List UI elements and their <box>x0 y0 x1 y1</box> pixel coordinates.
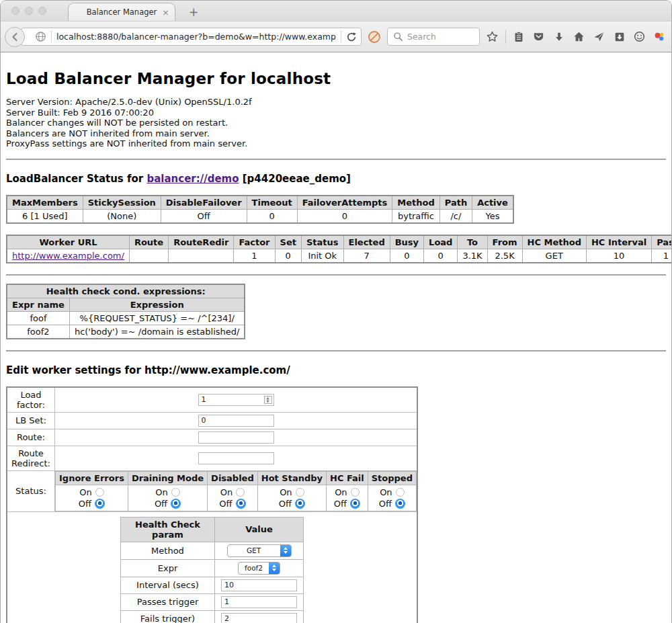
window-minimize-button[interactable] <box>25 7 33 15</box>
method-select[interactable]: GET <box>227 544 292 557</box>
content-blocker-button[interactable] <box>367 30 382 44</box>
form-row-lb-set: LB Set: <box>7 412 417 429</box>
cell-failoverattempts: 0 <box>297 209 392 223</box>
balancer-status-table: MaxMembers StickySession DisableFailover… <box>6 195 514 224</box>
balancers-note-line: Balancers are NOT inherited from main se… <box>6 128 666 139</box>
send-tab-button[interactable] <box>592 30 607 44</box>
search-input[interactable] <box>407 32 468 42</box>
stepper-arrows-icon[interactable]: ▲▼ <box>264 396 272 404</box>
col-to: To <box>458 235 487 249</box>
forum-button[interactable] <box>632 30 647 44</box>
radio-hc-fail-on[interactable] <box>351 488 360 497</box>
table-header-row: MaxMembers StickySession DisableFailover… <box>7 196 513 210</box>
reading-list-button[interactable] <box>511 30 526 44</box>
pocket-icon <box>532 30 545 43</box>
back-icon <box>9 32 20 42</box>
col-routeredir: RouteRedir <box>169 235 234 249</box>
pocket-button[interactable] <box>532 30 546 44</box>
cell-active: Yes <box>472 209 513 223</box>
block-icon <box>368 30 381 44</box>
cell-path: /c/ <box>439 209 472 223</box>
status-radio-row: On Off On Off On Off <box>56 485 417 511</box>
server-info: Server Version: Apache/2.5.0-dev (Unix) … <box>6 97 666 149</box>
search-bar[interactable] <box>387 28 480 46</box>
passes-label: Passes trigger <box>121 593 215 610</box>
cell-to: 3.1K <box>458 249 487 263</box>
divider <box>6 159 666 160</box>
star-icon <box>486 30 499 43</box>
col-passes: Passes <box>652 235 671 249</box>
col-disabled: Disabled <box>208 471 258 485</box>
edit-worker-form: Load factor: ▲▼ LB Set: Route: Route Red… <box>6 386 418 623</box>
radio-hot-standby-off[interactable] <box>295 499 305 509</box>
status-heading-suffix: [p4420eeae_demo] <box>239 173 351 185</box>
downloads-button[interactable] <box>552 30 566 44</box>
window-controls[interactable] <box>11 7 46 15</box>
clipboard-icon <box>513 31 525 43</box>
table-row: foof %{REQUEST_STATUS} =~ /^[234]/ <box>7 311 245 325</box>
col-path: Path <box>439 196 472 210</box>
radio-disabled-off[interactable] <box>236 499 246 509</box>
radio-stopped-off[interactable] <box>395 499 405 509</box>
route-input[interactable] <box>198 431 274 444</box>
cell-expr-name-foof2: foof2 <box>7 325 69 339</box>
hc-expressions-title: Health check cond. expressions: <box>7 284 245 298</box>
url-text[interactable]: localhost:8880/balancer-manager?b=demo&w… <box>56 32 336 42</box>
passes-input[interactable] <box>221 596 297 608</box>
interval-input[interactable] <box>221 579 297 591</box>
balancer-demo-link[interactable]: balancer://demo <box>146 173 239 185</box>
cell-load: 0 <box>424 249 458 263</box>
load-factor-label: Load factor: <box>7 387 55 413</box>
radio-hot-standby-on[interactable] <box>296 488 304 497</box>
tab-balancer-manager[interactable]: Balancer Manager × <box>68 3 175 21</box>
radio-stopped-on[interactable] <box>396 488 405 497</box>
extension-button[interactable] <box>653 30 667 44</box>
fails-input[interactable] <box>221 613 297 623</box>
browser-window: Balancer Manager × + localhost:8880/bala… <box>0 0 672 623</box>
cell-stickysession: (None) <box>83 209 161 223</box>
home-button[interactable] <box>572 30 587 44</box>
colored-dots-icon <box>653 30 666 43</box>
expr-label: Expr <box>121 559 215 577</box>
lb-set-input[interactable] <box>198 415 274 427</box>
cell-busy: 0 <box>390 249 423 263</box>
radio-draining-mode-off[interactable] <box>171 499 181 509</box>
load-factor-input[interactable] <box>198 394 274 406</box>
hc-header-row: Health Check param Value <box>121 517 304 542</box>
cell-route <box>129 249 168 263</box>
back-button[interactable] <box>5 27 25 47</box>
window-close-button[interactable] <box>11 7 19 15</box>
table-row: http://www.example.com/ 1 0 Init Ok 7 0 … <box>7 249 671 263</box>
urlbar-separator <box>51 31 52 42</box>
bookmark-button[interactable] <box>485 30 500 44</box>
persist-note-line: Balancer changes will NOT be persisted o… <box>6 118 666 128</box>
col-method: Method <box>392 196 439 210</box>
route-redirect-input[interactable] <box>198 452 274 464</box>
col-route: Route <box>129 235 168 249</box>
table-title-row: Health check cond. expressions: <box>7 284 245 298</box>
screenshot-button[interactable] <box>612 30 627 44</box>
col-ignore-errors: Ignore Errors <box>56 471 128 485</box>
off-label: Off <box>379 499 392 509</box>
col-hc-interval: HC Interval <box>586 235 651 249</box>
expr-select[interactable]: foof2 <box>238 562 280 575</box>
new-tab-button[interactable]: + <box>185 7 202 18</box>
send-icon <box>593 30 605 43</box>
window-zoom-button[interactable] <box>38 7 46 15</box>
col-factor: Factor <box>234 235 275 249</box>
radio-draining-mode-on[interactable] <box>171 488 180 497</box>
radio-disabled-on[interactable] <box>236 488 245 497</box>
url-bar[interactable]: localhost:8880/balancer-manager?b=demo&w… <box>21 28 362 46</box>
cell-factor: 1 <box>234 249 275 263</box>
radio-ignore-errors-off[interactable] <box>95 499 105 509</box>
radio-hc-fail-off[interactable] <box>350 499 360 509</box>
radio-ignore-errors-on[interactable] <box>95 488 104 497</box>
worker-url-link[interactable]: http://www.example.com/ <box>12 251 124 261</box>
load-factor-stepper[interactable]: ▲▼ <box>198 394 274 406</box>
off-label: Off <box>219 499 232 509</box>
form-row-route-redirect: Route Redirect: <box>7 446 417 470</box>
col-expression: Expression <box>69 298 245 311</box>
reload-icon[interactable] <box>346 32 357 42</box>
health-check-table: Health Check param Value Method GET <box>120 517 304 623</box>
tab-close-icon[interactable]: × <box>162 8 169 17</box>
